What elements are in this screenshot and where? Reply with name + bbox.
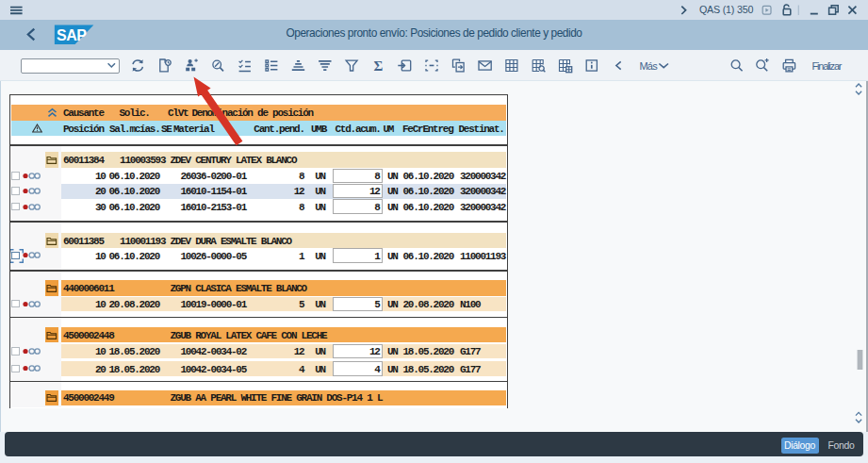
svg-text:QAS (1) 350: QAS (1) 350 (699, 4, 753, 15)
